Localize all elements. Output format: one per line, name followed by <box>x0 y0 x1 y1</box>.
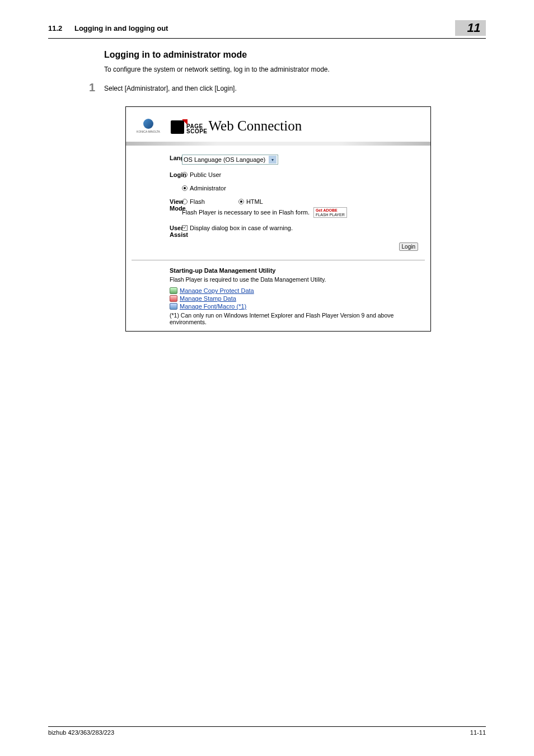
login-opt-admin: Administrator <box>190 185 226 192</box>
get-flash-player-button[interactable]: Get ADOBE FLASH PLAYER <box>313 207 347 218</box>
viewmode-label: View Mode <box>132 198 182 218</box>
section-number: 11.2 <box>48 24 62 32</box>
web-connection-title: Web Connection <box>209 118 302 134</box>
login-label: Login <box>132 171 182 178</box>
viewmode-html-radio[interactable]: HTML <box>238 198 263 205</box>
dm-utility-title: Starting-up Data Management Utility <box>170 267 425 274</box>
brand-text: KONICA MINOLTA <box>137 130 160 133</box>
pagescope-logo: PAGE SCOPE Web Connection <box>171 118 302 134</box>
manage-copy-protect-link[interactable]: Manage Copy Protect Data <box>180 287 254 294</box>
step-text: Select [Administrator], and then click [… <box>104 81 237 94</box>
userassist-text: Display dialog box in case of warning. <box>190 225 293 231</box>
login-public-user-radio[interactable]: Public User <box>182 171 425 178</box>
flash-btn-line2: FLASH PLAYER <box>316 213 345 217</box>
chevron-down-icon: ▾ <box>269 156 277 164</box>
screenshot-panel: KONICA MINOLTA PAGE SCOPE Web Connection… <box>125 106 431 332</box>
dm-footnote: (*1) Can only run on Windows Internet Ex… <box>170 312 425 325</box>
viewmode-flash: Flash <box>190 198 205 205</box>
language-label: Language <box>132 155 182 165</box>
copy-protect-icon <box>170 287 177 294</box>
login-opt-public: Public User <box>190 171 221 178</box>
chapter-number: 11 <box>467 22 480 34</box>
stamp-icon <box>170 295 177 302</box>
manage-stamp-link[interactable]: Manage Stamp Data <box>180 295 236 302</box>
radio-icon <box>182 199 188 204</box>
section-title: Logging in and logging out <box>74 24 168 32</box>
konica-minolta-logo: KONICA MINOLTA <box>132 115 165 137</box>
running-header: 11.2 Logging in and logging out <box>48 24 168 32</box>
chapter-number-box: 11 <box>455 20 486 36</box>
userassist-label: User Assist <box>132 225 182 238</box>
userassist-checkbox[interactable]: ✓ Display dialog box in case of warning. <box>182 225 425 231</box>
viewmode-flash-radio[interactable]: Flash <box>182 198 205 205</box>
footer-left: bizhub 423/363/283/223 <box>48 729 114 736</box>
page-heading: Logging in to administrator mode <box>104 50 486 60</box>
font-macro-icon <box>170 303 177 310</box>
login-button[interactable]: Login <box>399 242 418 251</box>
language-select-value: OS Language (OS Language) <box>184 156 265 163</box>
step-number: 1 <box>78 81 95 94</box>
divider <box>132 260 425 260</box>
radio-icon <box>182 185 188 191</box>
radio-icon <box>238 199 244 204</box>
manage-font-macro-link[interactable]: Manage Font/Macro (*1) <box>180 303 246 310</box>
radio-icon <box>182 172 188 178</box>
intro-text: To configure the system or network setti… <box>104 66 486 73</box>
viewmode-note: Flash Player is necessary to see in Flas… <box>182 209 310 216</box>
flash-btn-line1: Get ADOBE <box>316 208 338 212</box>
ps-line2: SCOPE <box>186 129 208 134</box>
language-select[interactable]: OS Language (OS Language) ▾ <box>182 155 278 165</box>
gradient-bar <box>126 142 430 146</box>
viewmode-html: HTML <box>246 198 263 205</box>
checkbox-icon: ✓ <box>182 225 188 231</box>
dm-utility-note: Flash Player is required to use the Data… <box>170 276 425 283</box>
footer-right: 11-11 <box>470 729 486 736</box>
login-administrator-radio[interactable]: Administrator <box>182 185 425 192</box>
